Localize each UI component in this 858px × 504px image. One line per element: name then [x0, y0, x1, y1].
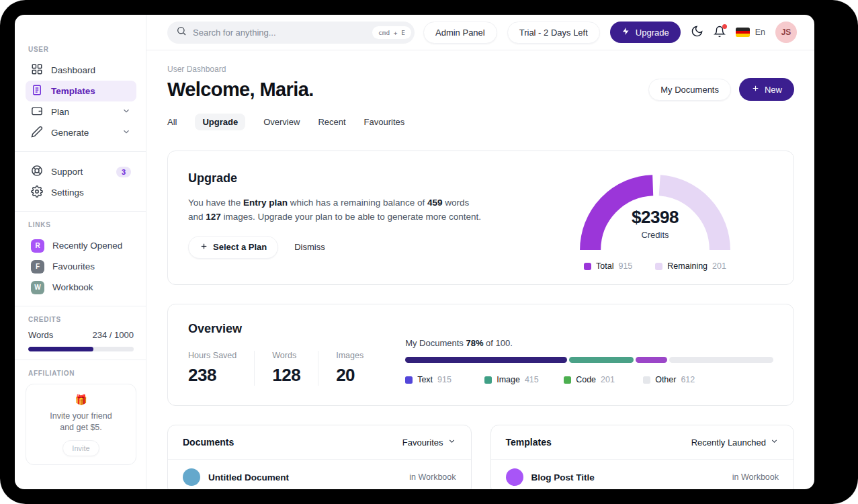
- notifications-button[interactable]: [714, 26, 726, 40]
- legend-swatch: [584, 263, 591, 270]
- dark-mode-toggle[interactable]: [691, 25, 703, 40]
- tab-all[interactable]: All: [167, 114, 177, 130]
- sidebar-link-label: Recently Opened: [52, 241, 122, 251]
- search-bar[interactable]: cmd + E: [167, 22, 415, 44]
- invite-friend-card: 🎁 Invite your friend and get $5. Invite: [26, 384, 136, 465]
- sidebar-item-label: Support: [51, 167, 83, 177]
- page-title: Welcome, Maria.: [167, 79, 314, 101]
- bar-segment-other: [669, 357, 773, 363]
- breadcrumb: User Dashboard: [167, 65, 794, 74]
- sidebar-section-user: USER: [28, 46, 134, 53]
- legend-item-image: Image 415: [484, 375, 564, 384]
- sidebar-item-support[interactable]: Support 3: [26, 161, 136, 182]
- my-documents-button[interactable]: My Documents: [648, 79, 731, 101]
- documents-progress-label: My Documents 78% of 100.: [405, 338, 773, 348]
- grid-icon: [31, 63, 43, 77]
- main-area: cmd + E Admin Panel Trial - 2 Days Left …: [146, 15, 814, 489]
- bar-segment-code: [636, 357, 667, 363]
- tab-recent[interactable]: Recent: [318, 114, 345, 130]
- divider: [15, 360, 146, 360]
- moon-icon: [691, 25, 703, 40]
- tab-upgrade[interactable]: Upgrade: [195, 114, 245, 130]
- overview-card: Overview Hours Saved 238 Words 128 Image…: [167, 304, 794, 406]
- page-content: User Dashboard Welcome, Maria. My Docume…: [146, 50, 814, 489]
- support-count-badge: 3: [116, 167, 131, 177]
- sidebar-item-settings[interactable]: Settings: [26, 182, 136, 203]
- templates-card-title: Templates: [506, 437, 552, 448]
- documents-progress: My Documents 78% of 100. Text 915: [405, 322, 773, 388]
- overview-card-title: Overview: [188, 322, 381, 336]
- sidebar-link-recently-opened[interactable]: R Recently Opened: [26, 235, 136, 256]
- legend-swatch: [405, 376, 413, 384]
- legend-swatch: [564, 376, 571, 384]
- document-name: Untitled Document: [208, 472, 289, 482]
- document-location: in Workbook: [409, 472, 456, 482]
- sidebar-link-label: Favourites: [52, 261, 95, 271]
- language-label[interactable]: En: [755, 28, 765, 37]
- lightning-bolt-icon: [621, 27, 630, 38]
- tab-favourites[interactable]: Favourites: [364, 114, 405, 130]
- invite-button[interactable]: Invite: [62, 440, 99, 456]
- select-plan-button[interactable]: Select a Plan: [188, 236, 278, 259]
- template-row[interactable]: Blog Post Title in Workbook: [491, 460, 794, 489]
- document-row[interactable]: Untitled Document in Workbook: [168, 460, 471, 489]
- divider: [15, 306, 146, 306]
- sidebar-item-label: Generate: [51, 128, 89, 138]
- upgrade-button[interactable]: Upgrade: [610, 22, 681, 43]
- credits-words-value: 234 / 1000: [93, 330, 134, 340]
- bar-segment-image: [569, 357, 634, 363]
- device-frame: USER Dashboard Templates Plan Generate S…: [0, 0, 858, 504]
- plus-icon: [751, 84, 760, 95]
- chevron-down-icon: [122, 127, 131, 138]
- gauge-value: $2398: [578, 207, 732, 228]
- documents-filter-dropdown[interactable]: Favourites: [402, 437, 456, 448]
- user-avatar[interactable]: JS: [775, 22, 797, 43]
- legend-swatch: [484, 376, 492, 384]
- document-avatar: [183, 468, 200, 486]
- admin-panel-button[interactable]: Admin Panel: [423, 22, 497, 44]
- trial-status-button[interactable]: Trial - 2 Days Left: [507, 22, 600, 44]
- link-initial-badge: F: [31, 260, 44, 274]
- templates-filter-dropdown[interactable]: Recently Launched: [691, 437, 779, 448]
- sidebar-link-workbook[interactable]: W Workbook: [26, 277, 136, 298]
- gift-icon: 🎁: [32, 393, 130, 407]
- link-initial-badge: R: [31, 239, 44, 253]
- upgrade-card-title: Upgrade: [188, 171, 504, 185]
- german-flag-icon[interactable]: [736, 28, 750, 37]
- notification-dot: [722, 24, 727, 29]
- stat-words: Words 128: [254, 351, 318, 386]
- documents-card: Documents Favourites Untitled Document i…: [167, 425, 472, 489]
- chevron-down-icon: [447, 437, 456, 448]
- dismiss-button[interactable]: Dismiss: [290, 237, 329, 257]
- sidebar-item-dashboard[interactable]: Dashboard: [26, 60, 136, 81]
- search-shortcut-badge: cmd + E: [372, 26, 411, 39]
- upgrade-card-body: You have the Entry plan which has a rema…: [188, 196, 484, 224]
- credits-gauge: $2398 Credits Total 915 Remaining: [568, 171, 742, 264]
- link-initial-badge: W: [31, 281, 44, 294]
- sidebar-section-credits: CREDITS: [28, 316, 134, 323]
- sidebar-item-label: Plan: [51, 107, 69, 117]
- tab-overview[interactable]: Overview: [263, 114, 300, 130]
- new-button[interactable]: New: [739, 78, 794, 101]
- upgrade-card: Upgrade You have the Entry plan which ha…: [167, 151, 794, 285]
- stat-hours-saved: Hours Saved 238: [188, 351, 254, 386]
- documents-card-title: Documents: [183, 437, 234, 448]
- topbar: cmd + E Admin Panel Trial - 2 Days Left …: [146, 15, 814, 50]
- sidebar-link-favourites[interactable]: F Favourites: [26, 256, 136, 277]
- sidebar-link-label: Workbook: [52, 282, 93, 292]
- sidebar-item-templates[interactable]: Templates: [26, 81, 136, 101]
- sidebar-section-affiliation: AFFILIATION: [28, 370, 134, 377]
- sidebar-section-links: LINKS: [28, 221, 134, 228]
- lifebuoy-icon: [31, 165, 43, 179]
- sidebar: USER Dashboard Templates Plan Generate S…: [15, 15, 146, 489]
- search-input[interactable]: [193, 28, 366, 38]
- sidebar-item-generate[interactable]: Generate: [26, 122, 136, 143]
- legend-swatch: [655, 263, 662, 270]
- stacked-bar-chart: [405, 357, 773, 363]
- sidebar-item-plan[interactable]: Plan: [26, 101, 136, 122]
- search-icon: [176, 26, 187, 39]
- legend-swatch: [643, 376, 650, 384]
- credits-progress-fill: [28, 347, 93, 351]
- legend-item-total: Total 915: [584, 261, 632, 271]
- sidebar-item-label: Dashboard: [51, 65, 95, 75]
